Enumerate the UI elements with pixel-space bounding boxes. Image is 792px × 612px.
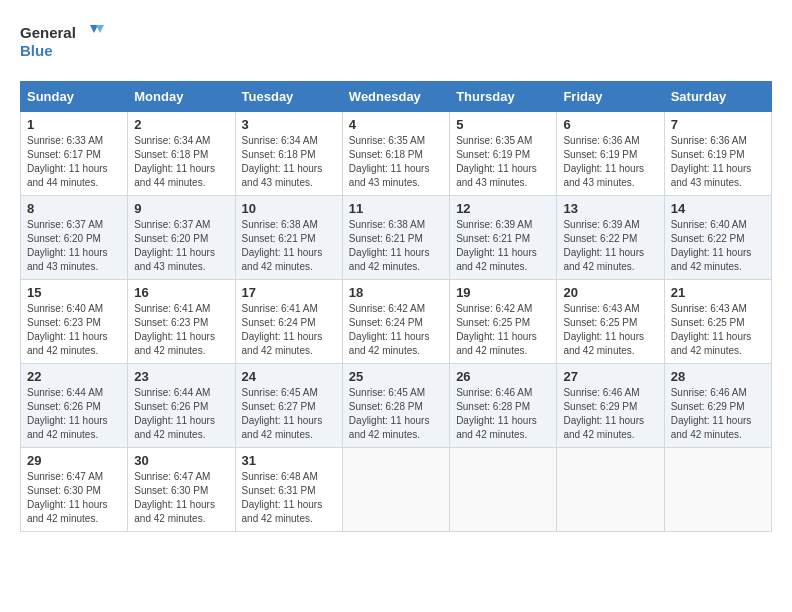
calendar-cell [450, 448, 557, 532]
calendar-cell: 1 Sunrise: 6:33 AMSunset: 6:17 PMDayligh… [21, 112, 128, 196]
calendar-week-row: 8 Sunrise: 6:37 AMSunset: 6:20 PMDayligh… [21, 196, 772, 280]
day-info: Sunrise: 6:34 AMSunset: 6:18 PMDaylight:… [134, 134, 228, 190]
header-friday: Friday [557, 82, 664, 112]
day-number: 25 [349, 369, 443, 384]
header-sunday: Sunday [21, 82, 128, 112]
day-number: 31 [242, 453, 336, 468]
day-info: Sunrise: 6:44 AMSunset: 6:26 PMDaylight:… [27, 386, 121, 442]
calendar-cell: 17 Sunrise: 6:41 AMSunset: 6:24 PMDaylig… [235, 280, 342, 364]
calendar-cell: 28 Sunrise: 6:46 AMSunset: 6:29 PMDaylig… [664, 364, 771, 448]
calendar-cell: 10 Sunrise: 6:38 AMSunset: 6:21 PMDaylig… [235, 196, 342, 280]
day-info: Sunrise: 6:43 AMSunset: 6:25 PMDaylight:… [563, 302, 657, 358]
calendar-cell: 14 Sunrise: 6:40 AMSunset: 6:22 PMDaylig… [664, 196, 771, 280]
day-info: Sunrise: 6:45 AMSunset: 6:27 PMDaylight:… [242, 386, 336, 442]
day-number: 2 [134, 117, 228, 132]
day-info: Sunrise: 6:34 AMSunset: 6:18 PMDaylight:… [242, 134, 336, 190]
day-number: 27 [563, 369, 657, 384]
calendar-cell: 25 Sunrise: 6:45 AMSunset: 6:28 PMDaylig… [342, 364, 449, 448]
calendar-cell: 7 Sunrise: 6:36 AMSunset: 6:19 PMDayligh… [664, 112, 771, 196]
calendar-cell: 8 Sunrise: 6:37 AMSunset: 6:20 PMDayligh… [21, 196, 128, 280]
day-number: 6 [563, 117, 657, 132]
day-info: Sunrise: 6:42 AMSunset: 6:24 PMDaylight:… [349, 302, 443, 358]
header-thursday: Thursday [450, 82, 557, 112]
calendar-cell: 4 Sunrise: 6:35 AMSunset: 6:18 PMDayligh… [342, 112, 449, 196]
day-number: 3 [242, 117, 336, 132]
day-number: 15 [27, 285, 121, 300]
day-number: 20 [563, 285, 657, 300]
svg-text:Blue: Blue [20, 42, 53, 59]
day-number: 4 [349, 117, 443, 132]
day-number: 7 [671, 117, 765, 132]
calendar-cell: 29 Sunrise: 6:47 AMSunset: 6:30 PMDaylig… [21, 448, 128, 532]
calendar-cell: 13 Sunrise: 6:39 AMSunset: 6:22 PMDaylig… [557, 196, 664, 280]
svg-marker-3 [96, 25, 104, 33]
day-number: 19 [456, 285, 550, 300]
calendar-cell: 2 Sunrise: 6:34 AMSunset: 6:18 PMDayligh… [128, 112, 235, 196]
day-number: 17 [242, 285, 336, 300]
calendar-cell: 16 Sunrise: 6:41 AMSunset: 6:23 PMDaylig… [128, 280, 235, 364]
calendar-cell: 11 Sunrise: 6:38 AMSunset: 6:21 PMDaylig… [342, 196, 449, 280]
calendar-header-row: SundayMondayTuesdayWednesdayThursdayFrid… [21, 82, 772, 112]
calendar-cell: 6 Sunrise: 6:36 AMSunset: 6:19 PMDayligh… [557, 112, 664, 196]
day-info: Sunrise: 6:37 AMSunset: 6:20 PMDaylight:… [27, 218, 121, 274]
calendar-week-row: 15 Sunrise: 6:40 AMSunset: 6:23 PMDaylig… [21, 280, 772, 364]
day-info: Sunrise: 6:41 AMSunset: 6:24 PMDaylight:… [242, 302, 336, 358]
day-info: Sunrise: 6:36 AMSunset: 6:19 PMDaylight:… [671, 134, 765, 190]
day-number: 13 [563, 201, 657, 216]
day-info: Sunrise: 6:47 AMSunset: 6:30 PMDaylight:… [134, 470, 228, 526]
day-info: Sunrise: 6:35 AMSunset: 6:19 PMDaylight:… [456, 134, 550, 190]
calendar-cell: 21 Sunrise: 6:43 AMSunset: 6:25 PMDaylig… [664, 280, 771, 364]
day-info: Sunrise: 6:46 AMSunset: 6:28 PMDaylight:… [456, 386, 550, 442]
logo-svg: General Blue [20, 20, 110, 65]
calendar-cell: 31 Sunrise: 6:48 AMSunset: 6:31 PMDaylig… [235, 448, 342, 532]
logo: General Blue [20, 20, 110, 65]
header-monday: Monday [128, 82, 235, 112]
calendar-table: SundayMondayTuesdayWednesdayThursdayFrid… [20, 81, 772, 532]
day-info: Sunrise: 6:40 AMSunset: 6:22 PMDaylight:… [671, 218, 765, 274]
calendar-cell [342, 448, 449, 532]
day-info: Sunrise: 6:38 AMSunset: 6:21 PMDaylight:… [349, 218, 443, 274]
header-saturday: Saturday [664, 82, 771, 112]
calendar-week-row: 29 Sunrise: 6:47 AMSunset: 6:30 PMDaylig… [21, 448, 772, 532]
day-number: 5 [456, 117, 550, 132]
calendar-cell [557, 448, 664, 532]
calendar-cell: 27 Sunrise: 6:46 AMSunset: 6:29 PMDaylig… [557, 364, 664, 448]
day-number: 16 [134, 285, 228, 300]
calendar-cell: 15 Sunrise: 6:40 AMSunset: 6:23 PMDaylig… [21, 280, 128, 364]
day-info: Sunrise: 6:39 AMSunset: 6:21 PMDaylight:… [456, 218, 550, 274]
day-number: 11 [349, 201, 443, 216]
calendar-cell: 22 Sunrise: 6:44 AMSunset: 6:26 PMDaylig… [21, 364, 128, 448]
calendar-cell: 12 Sunrise: 6:39 AMSunset: 6:21 PMDaylig… [450, 196, 557, 280]
day-number: 28 [671, 369, 765, 384]
calendar-cell: 9 Sunrise: 6:37 AMSunset: 6:20 PMDayligh… [128, 196, 235, 280]
day-info: Sunrise: 6:48 AMSunset: 6:31 PMDaylight:… [242, 470, 336, 526]
day-info: Sunrise: 6:40 AMSunset: 6:23 PMDaylight:… [27, 302, 121, 358]
day-info: Sunrise: 6:43 AMSunset: 6:25 PMDaylight:… [671, 302, 765, 358]
day-info: Sunrise: 6:42 AMSunset: 6:25 PMDaylight:… [456, 302, 550, 358]
day-info: Sunrise: 6:46 AMSunset: 6:29 PMDaylight:… [563, 386, 657, 442]
day-number: 12 [456, 201, 550, 216]
day-number: 22 [27, 369, 121, 384]
calendar-cell: 26 Sunrise: 6:46 AMSunset: 6:28 PMDaylig… [450, 364, 557, 448]
day-info: Sunrise: 6:44 AMSunset: 6:26 PMDaylight:… [134, 386, 228, 442]
calendar-cell: 23 Sunrise: 6:44 AMSunset: 6:26 PMDaylig… [128, 364, 235, 448]
day-number: 23 [134, 369, 228, 384]
day-number: 24 [242, 369, 336, 384]
calendar-cell: 30 Sunrise: 6:47 AMSunset: 6:30 PMDaylig… [128, 448, 235, 532]
day-info: Sunrise: 6:33 AMSunset: 6:17 PMDaylight:… [27, 134, 121, 190]
day-info: Sunrise: 6:39 AMSunset: 6:22 PMDaylight:… [563, 218, 657, 274]
day-number: 9 [134, 201, 228, 216]
header-tuesday: Tuesday [235, 82, 342, 112]
header-wednesday: Wednesday [342, 82, 449, 112]
day-info: Sunrise: 6:36 AMSunset: 6:19 PMDaylight:… [563, 134, 657, 190]
day-info: Sunrise: 6:41 AMSunset: 6:23 PMDaylight:… [134, 302, 228, 358]
day-info: Sunrise: 6:35 AMSunset: 6:18 PMDaylight:… [349, 134, 443, 190]
day-number: 8 [27, 201, 121, 216]
calendar-cell [664, 448, 771, 532]
calendar-week-row: 1 Sunrise: 6:33 AMSunset: 6:17 PMDayligh… [21, 112, 772, 196]
day-number: 1 [27, 117, 121, 132]
day-number: 30 [134, 453, 228, 468]
calendar-week-row: 22 Sunrise: 6:44 AMSunset: 6:26 PMDaylig… [21, 364, 772, 448]
calendar-cell: 19 Sunrise: 6:42 AMSunset: 6:25 PMDaylig… [450, 280, 557, 364]
day-number: 10 [242, 201, 336, 216]
